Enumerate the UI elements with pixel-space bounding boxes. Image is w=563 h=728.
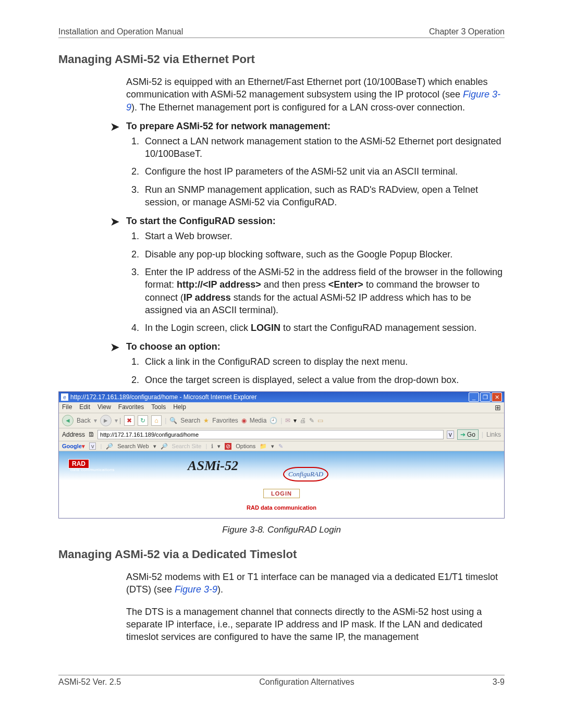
- favorites-label[interactable]: Favorites: [212, 417, 238, 424]
- ie-title-text: http://172.17.161.189/configurad/home - …: [70, 393, 257, 401]
- address-label: Address: [62, 431, 85, 438]
- print-icon[interactable]: 🖨: [300, 417, 306, 424]
- section2-p2: The DTS is a management channel that con…: [126, 606, 505, 644]
- proc3-title: To choose an option:: [126, 341, 221, 352]
- search-site-label: Search Site: [172, 443, 202, 449]
- ie-page-icon: e: [61, 393, 68, 401]
- google-toolbar: Google▾ v | 🔎 Search Web ▾ 🔎 Search Site…: [59, 441, 504, 451]
- section2-p1: ASMi-52 modems with E1 or T1 interface c…: [126, 571, 505, 596]
- rad-data-label: RAD data communication: [247, 504, 316, 511]
- minimize-button[interactable]: _: [469, 392, 479, 402]
- close-button[interactable]: ✕: [492, 392, 502, 402]
- arrow-icon: ➤: [111, 121, 126, 132]
- google-logo[interactable]: Google▾: [62, 443, 85, 450]
- menu-tools[interactable]: Tools: [151, 403, 166, 412]
- search-icon[interactable]: 🔍: [169, 417, 177, 424]
- google-search-dropdown[interactable]: v: [89, 442, 96, 450]
- media-label[interactable]: Media: [250, 417, 267, 424]
- back-label: Back: [77, 417, 91, 424]
- figure-caption: Figure 3-8. ConfiguRAD Login: [58, 525, 505, 535]
- highlight-icon[interactable]: ✎: [278, 443, 283, 450]
- favorites-icon[interactable]: ★: [203, 417, 209, 424]
- address-dropdown-icon[interactable]: v: [447, 430, 454, 439]
- proc2-step: Start a Web browser.: [142, 230, 505, 242]
- proc1-title: To prepare ASMi-52 for network managemen…: [126, 121, 331, 132]
- rad-logo: RAD: [68, 459, 89, 468]
- menu-view[interactable]: View: [97, 403, 111, 412]
- media-icon[interactable]: ◉: [241, 417, 247, 424]
- menu-help[interactable]: Help: [173, 403, 186, 412]
- figure-link-3-9b[interactable]: Figure 3-9: [175, 584, 217, 595]
- discuss-icon[interactable]: ▭: [317, 417, 323, 424]
- proc3-step: Once the target screen is displayed, sel…: [142, 374, 505, 386]
- edit-icon[interactable]: ✎: [309, 417, 314, 424]
- stop-button[interactable]: ✖: [124, 415, 134, 426]
- go-button[interactable]: ➔Go: [457, 429, 479, 440]
- proc2-step: Disable any pop-up blocking software, su…: [142, 248, 505, 261]
- page-content: RAD data communications ASMi-52 ConfiguR…: [59, 451, 504, 518]
- blocked-icon[interactable]: ⊘: [225, 443, 231, 450]
- maximize-button[interactable]: ❐: [480, 392, 491, 402]
- proc2-title: To start the ConfiguRAD session:: [126, 216, 276, 227]
- section2-title: Managing ASMi-52 via a Dedicated Timeslo…: [58, 548, 505, 561]
- header-left: Installation and Operation Manual: [58, 27, 183, 36]
- refresh-button[interactable]: ↻: [138, 415, 148, 426]
- section1-title: Managing ASMi-52 via Ethernet Port: [58, 53, 505, 66]
- history-icon[interactable]: 🕘: [270, 417, 277, 424]
- proc1-step: Configure the host IP parameters of the …: [142, 165, 505, 178]
- folder-icon[interactable]: 📁: [260, 443, 267, 450]
- ie-window: e http://172.17.161.189/configurad/home …: [58, 391, 505, 519]
- configurad-label: ConfiguRAD: [283, 467, 328, 482]
- forward-button[interactable]: ►: [100, 415, 112, 426]
- mail-icon[interactable]: ✉: [285, 417, 290, 424]
- search-web-icon[interactable]: 🔎: [106, 443, 113, 450]
- ie-menu-bar: File Edit View Favorites Tools Help ⊞: [59, 402, 504, 413]
- ie-toolbar: ◄ Back ▾ ► ▾ | ✖ ↻ ⌂ | 🔍 Search ★ Favori…: [59, 413, 504, 428]
- page-icon: 🖺: [88, 431, 94, 438]
- search-web-label[interactable]: Search Web: [117, 443, 149, 449]
- login-button[interactable]: LOGIN: [263, 489, 300, 498]
- proc2-step: Enter the IP address of the ASMi-52 in t…: [142, 266, 505, 316]
- rad-sublabel: data communications: [70, 467, 115, 472]
- proc1-step: Run an SNMP management application, such…: [142, 183, 505, 209]
- asmi-title: ASMi-52: [188, 458, 238, 474]
- footer-right: 3-9: [493, 677, 505, 687]
- ie-address-bar: Address 🖺 v ➔Go | Links: [59, 428, 504, 441]
- home-button[interactable]: ⌂: [151, 415, 162, 426]
- options-label[interactable]: Options: [236, 443, 255, 449]
- menu-file[interactable]: File: [62, 403, 72, 412]
- links-label[interactable]: Links: [486, 431, 501, 438]
- proc1-step: Connect a LAN network management station…: [142, 135, 505, 161]
- footer-center: Configuration Alternatives: [259, 677, 354, 687]
- proc3-step: Click a link in the ConfiguRAD screen to…: [142, 355, 505, 368]
- back-button[interactable]: ◄: [62, 415, 74, 426]
- section1-intro: ASMi-52 is equipped with an Ethernet/Fas…: [126, 76, 505, 114]
- ie-titlebar: e http://172.17.161.189/configurad/home …: [59, 392, 504, 402]
- windows-flag-icon: ⊞: [495, 403, 501, 412]
- proc2-step: In the Login screen, click LOGIN to star…: [142, 322, 505, 334]
- info-icon[interactable]: ℹ: [211, 443, 213, 450]
- search-label[interactable]: Search: [180, 417, 200, 424]
- arrow-icon: ➤: [111, 341, 126, 352]
- address-input[interactable]: [97, 430, 444, 439]
- search-site-icon[interactable]: 🔎: [161, 443, 168, 450]
- menu-favorites[interactable]: Favorites: [118, 403, 144, 412]
- footer-left: ASMi-52 Ver. 2.5: [58, 677, 121, 687]
- arrow-icon: ➤: [111, 216, 126, 227]
- header-right: Chapter 3 Operation: [429, 27, 505, 36]
- menu-edit[interactable]: Edit: [79, 403, 90, 412]
